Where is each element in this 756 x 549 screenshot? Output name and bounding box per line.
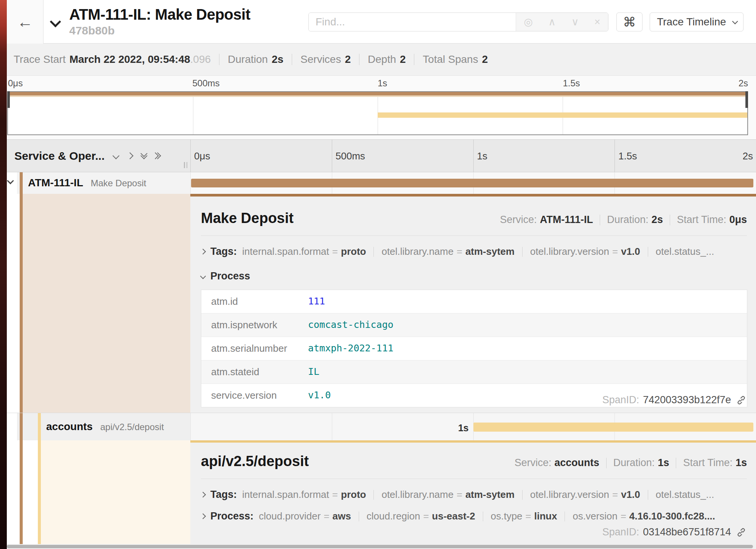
divider bbox=[606, 458, 607, 468]
table-row: atm.serialnumber atmxph-2022-111 bbox=[201, 337, 747, 360]
tag-item: otel.library.versionv1.0 bbox=[530, 246, 640, 257]
service-value: accounts bbox=[554, 457, 599, 469]
divider bbox=[373, 490, 374, 500]
find-next-icon[interactable]: ∨ bbox=[571, 16, 579, 28]
trace-minimap: 0μs 500ms 1s 1.5s 2s bbox=[7, 76, 756, 139]
ruler-tick: 2s bbox=[743, 150, 753, 162]
process-item: cloud.regionus-east-2 bbox=[367, 510, 475, 522]
link-icon[interactable] bbox=[736, 527, 746, 537]
chevron-down-icon[interactable] bbox=[50, 16, 61, 28]
view-selector-dropdown[interactable]: Trace Timeline bbox=[650, 12, 744, 31]
duration-label: Duration: bbox=[613, 457, 655, 469]
process-value: IL bbox=[308, 366, 319, 378]
content-area: ← ATM-111-IL: Make Deposit 478b80b ◎ ∧ ∨… bbox=[7, 0, 756, 549]
service-name: ATM-111-ILMake Deposit bbox=[28, 177, 146, 189]
divider bbox=[648, 490, 648, 500]
parent-guide-strip bbox=[20, 413, 23, 440]
keyboard-shortcuts-button[interactable]: ⌘ bbox=[616, 12, 642, 31]
span-row-accounts-gantt[interactable]: 1s bbox=[190, 413, 756, 440]
minimap-span-bar-accounts bbox=[378, 112, 747, 118]
process-item: os.typelinux bbox=[491, 510, 557, 522]
expand-one-icon[interactable] bbox=[127, 152, 134, 159]
horizontal-scrollbar[interactable] bbox=[7, 544, 756, 549]
trace-title-block: ATM-111-IL: Make Deposit 478b80b bbox=[69, 7, 250, 37]
total-spans-label: Total Spans bbox=[423, 53, 478, 66]
divider bbox=[483, 512, 483, 521]
services-label: Services bbox=[300, 53, 341, 66]
depth-value: 2 bbox=[400, 53, 406, 66]
divider bbox=[414, 54, 414, 65]
link-icon[interactable] bbox=[736, 395, 746, 405]
spanid-value: 03148be6751f8714 bbox=[643, 526, 731, 538]
detail-title-row: Make Deposit Service:ATM-111-IL Duration… bbox=[201, 197, 747, 226]
chevron-right-icon bbox=[201, 492, 206, 498]
duration-value: 2s bbox=[652, 214, 663, 226]
find-prev-icon[interactable]: ∧ bbox=[548, 16, 556, 28]
spanid-label: SpanID: bbox=[602, 526, 639, 538]
divider bbox=[373, 247, 374, 257]
back-button[interactable]: ← bbox=[7, 0, 44, 44]
minimap-tick: 1.5s bbox=[563, 78, 580, 89]
parent-guide-strip bbox=[20, 440, 23, 544]
start-time-label: Start Time: bbox=[683, 457, 733, 469]
table-row: atm.id 111 bbox=[201, 290, 747, 313]
collapse-all-icon[interactable] bbox=[142, 154, 146, 158]
process-label: Process: bbox=[210, 510, 254, 522]
process-key: service.version bbox=[211, 390, 308, 401]
minimap-viewport[interactable] bbox=[7, 91, 748, 135]
minimap-tick: 2s bbox=[739, 78, 748, 89]
minimap-ruler: 0μs 500ms 1s 1.5s 2s bbox=[7, 78, 748, 91]
detail-title: Make Deposit bbox=[201, 210, 294, 226]
find-group: ◎ ∧ ∨ × bbox=[308, 12, 608, 31]
locate-icon[interactable]: ◎ bbox=[524, 16, 533, 28]
span-row-atm[interactable]: ATM-111-ILMake Deposit bbox=[7, 172, 756, 194]
process-row[interactable]: Process: cloud.provideraws cloud.regionu… bbox=[201, 510, 747, 522]
chevron-right-icon bbox=[201, 249, 206, 255]
timeline-header-row: Service & Oper... 0μs 500ms 1s 1.5s 2s bbox=[7, 139, 756, 172]
ruler-tick: 0μs bbox=[194, 150, 210, 162]
process-section-header[interactable]: Process bbox=[201, 270, 747, 282]
find-clear-icon[interactable]: × bbox=[594, 16, 600, 28]
detail-left-bg bbox=[41, 440, 190, 544]
span-row-accounts[interactable]: accountsapi/v2.5/deposit 1s bbox=[7, 413, 756, 440]
tags-label: Tags: bbox=[210, 489, 237, 501]
divider bbox=[219, 54, 219, 65]
minimap-right-drag-handle[interactable] bbox=[745, 91, 748, 108]
divider bbox=[201, 236, 747, 236]
span-bar-accounts[interactable] bbox=[473, 423, 754, 432]
detail-left-bg bbox=[23, 194, 190, 413]
tag-item-truncated: otel.status_... bbox=[656, 246, 714, 257]
scrollbar-thumb[interactable] bbox=[7, 545, 753, 548]
tags-row[interactable]: Tags: internal.span.formatproto otel.lib… bbox=[201, 489, 747, 501]
trace-start-value: March 22 2022, 09:54:48.096 bbox=[69, 53, 211, 66]
divider bbox=[359, 512, 359, 521]
trace-start-fraction: .096 bbox=[190, 53, 211, 65]
process-value: v1.0 bbox=[308, 390, 331, 401]
total-spans-value: 2 bbox=[482, 53, 488, 66]
operation-name: api/v2.5/deposit bbox=[100, 422, 164, 432]
detail-meta: Service:ATM-111-IL Duration:2s Start Tim… bbox=[500, 214, 747, 226]
service-label: Service: bbox=[515, 457, 552, 469]
tags-row[interactable]: Tags: internal.span.formatproto otel.lib… bbox=[201, 246, 747, 257]
process-key: atm.stateid bbox=[211, 366, 308, 378]
expand-all-icon[interactable] bbox=[156, 153, 160, 158]
find-input[interactable] bbox=[309, 13, 516, 31]
service-operation-title: Service & Oper... bbox=[14, 150, 104, 162]
minimap-tick: 1s bbox=[378, 78, 387, 89]
trace-start-label: Trace Start bbox=[14, 53, 65, 66]
divider bbox=[201, 479, 747, 479]
collapse-one-icon[interactable] bbox=[113, 152, 120, 159]
tag-item: internal.span.formatproto bbox=[242, 246, 366, 257]
start-time-value: 1s bbox=[736, 457, 747, 469]
span-row-atm-label[interactable]: ATM-111-ILMake Deposit bbox=[7, 172, 190, 194]
span-row-atm-gantt[interactable] bbox=[190, 172, 756, 194]
ruler-tick: 500ms bbox=[336, 150, 365, 162]
minimap-left-drag-handle[interactable] bbox=[7, 91, 10, 108]
spanid-value: 742003393b122f7e bbox=[643, 394, 731, 406]
span-detail-atm-left bbox=[7, 194, 190, 413]
jaeger-trace-page: ← ATM-111-IL: Make Deposit 478b80b ◎ ∧ ∨… bbox=[0, 0, 756, 549]
span-collapse-icon[interactable] bbox=[7, 177, 14, 184]
span-bar-atm[interactable] bbox=[191, 179, 753, 187]
column-resizer-grip[interactable] bbox=[184, 162, 187, 168]
span-row-accounts-label[interactable]: accountsapi/v2.5/deposit bbox=[7, 413, 190, 440]
